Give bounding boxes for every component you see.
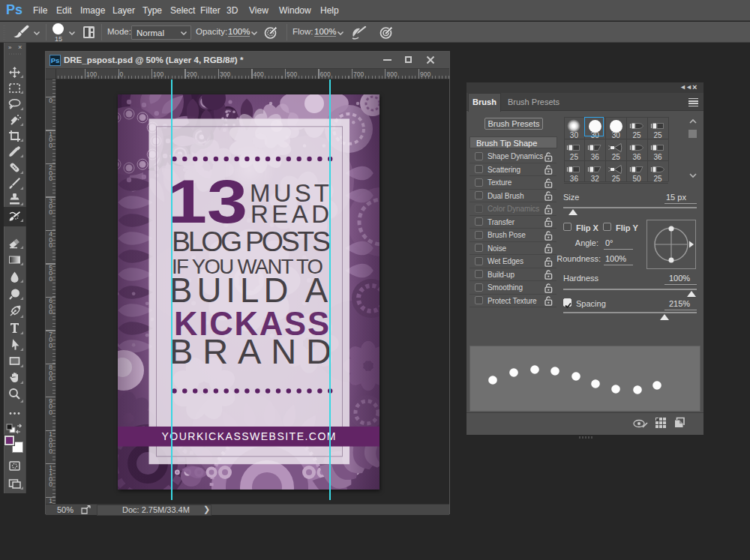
svg-text:13: 13 — [166, 167, 248, 235]
svg-text:YOURKICKASSWEBSITE.COM: YOURKICKASSWEBSITE.COM — [162, 430, 336, 442]
svg-text:BLOG POSTS: BLOG POSTS — [172, 226, 331, 257]
